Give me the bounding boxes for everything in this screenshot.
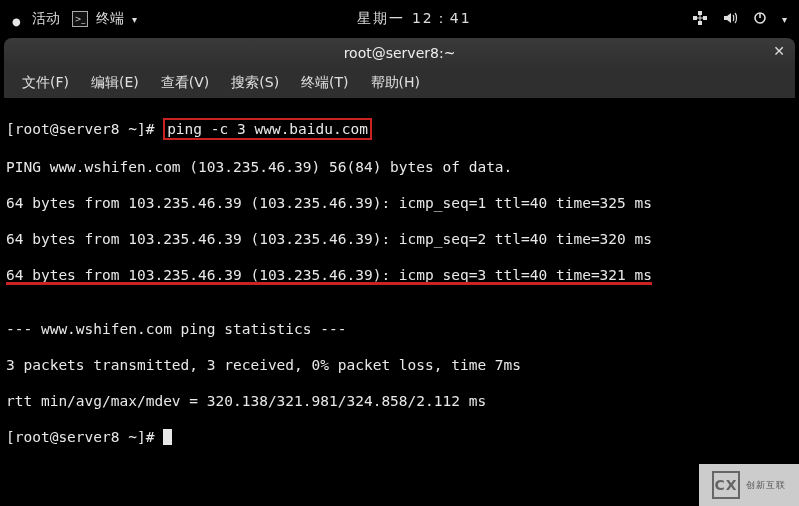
terminal-line: 64 bytes from 103.235.46.39 (103.235.46.… [6,194,793,212]
menu-edit[interactable]: 编辑(E) [81,70,149,96]
gnome-foot-icon [12,12,26,26]
activities-button[interactable]: 活动 [12,10,60,28]
gnome-top-panel: 活动 终端 星期一 12：41 [0,0,799,38]
menu-file[interactable]: 文件(F) [12,70,79,96]
terminal-menubar: 文件(F) 编辑(E) 查看(V) 搜索(S) 终端(T) 帮助(H) [4,68,795,98]
terminal-line: 64 bytes from 103.235.46.39 (103.235.46.… [6,266,793,284]
terminal-line: rtt min/avg/max/mdev = 320.138/321.981/3… [6,392,793,410]
menu-terminal[interactable]: 终端(T) [291,70,358,96]
terminal-icon [72,11,88,27]
terminal-line: --- www.wshifen.com ping statistics --- [6,320,793,338]
window-title: root@server8:~ [344,45,456,61]
activities-label: 活动 [32,10,60,28]
terminal-line: [root@server8 ~]# ping -c 3 www.baidu.co… [6,118,793,140]
watermark-text: 创新互联 [746,479,786,492]
shell-prompt: [root@server8 ~]# [6,121,163,137]
menu-search[interactable]: 搜索(S) [221,70,289,96]
panel-clock[interactable]: 星期一 12：41 [357,10,471,28]
terminal-cursor [163,429,172,445]
terminal-line: [root@server8 ~]# [6,428,793,446]
panel-right [692,10,787,29]
close-icon[interactable]: ✕ [773,43,785,59]
volume-icon[interactable] [722,10,738,29]
terminal-line: 3 packets transmitted, 3 received, 0% pa… [6,356,793,374]
menu-help[interactable]: 帮助(H) [361,70,430,96]
network-icon[interactable] [692,10,708,29]
terminal-viewport[interactable]: [root@server8 ~]# ping -c 3 www.baidu.co… [4,98,795,506]
panel-left: 活动 终端 [12,10,137,28]
app-menu-label: 终端 [96,10,124,28]
terminal-line: 64 bytes from 103.235.46.39 (103.235.46.… [6,230,793,248]
power-icon[interactable] [752,10,768,29]
highlighted-command: ping -c 3 www.baidu.com [163,118,372,140]
watermark: CX 创新互联 [699,464,799,506]
terminal-line: PING www.wshifen.com (103.235.46.39) 56(… [6,158,793,176]
watermark-logo: CX [712,471,740,499]
shell-prompt: [root@server8 ~]# [6,429,163,445]
window-title-bar: root@server8:~ ✕ [4,38,795,68]
underlined-output: 64 bytes from 103.235.46.39 (103.235.46.… [6,267,652,283]
system-menu-arrow-icon[interactable] [782,14,787,25]
menu-view[interactable]: 查看(V) [151,70,220,96]
app-menu[interactable]: 终端 [72,10,137,28]
